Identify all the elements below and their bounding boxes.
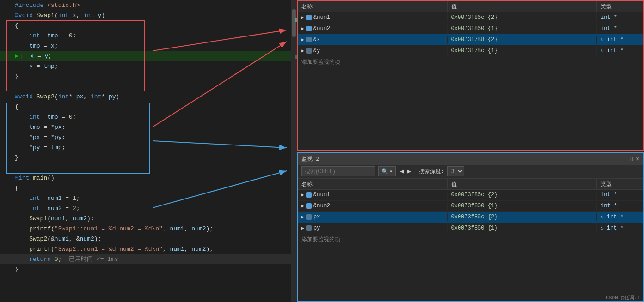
code-line-10: ⊟void Swap2(int* px, int* py): [0, 91, 291, 102]
expand-icon[interactable]: ▶: [301, 15, 304, 20]
close-icon[interactable]: ✕: [636, 155, 639, 163]
watch1-row4-value: 0x0073f78c {1}: [448, 47, 597, 55]
watch2-header: 监视 2 ⊓ ✕: [298, 153, 643, 165]
search-button[interactable]: 🔍 ▾: [378, 166, 396, 176]
watch2-header-icons: ⊓ ✕: [629, 155, 639, 163]
watch1-row4-type: ↻ int *: [597, 47, 643, 55]
expand-icon[interactable]: ▶: [301, 214, 304, 220]
code-line-12: int tmp = 0;: [0, 112, 291, 122]
code-line-8: }: [0, 71, 291, 81]
refresh-icon[interactable]: ↻: [601, 214, 604, 220]
scrollbar-thumb[interactable]: [292, 9, 296, 37]
var-icon: [306, 214, 312, 220]
nav-back-button[interactable]: ◀: [399, 168, 405, 175]
watch2-title: 监视 2: [301, 155, 629, 163]
expand-icon[interactable]: ▶: [301, 37, 304, 42]
var-icon: [306, 192, 312, 198]
watch2-row3-value: 0x0073f86c {2}: [448, 213, 597, 221]
code-line-5: tmp = x;: [0, 41, 291, 51]
refresh-icon[interactable]: ↻: [601, 225, 604, 231]
watch2-row3-name: ▶ px: [298, 213, 448, 221]
watch1-row-3[interactable]: ▶ &x 0x0073f788 {2} ↻ int *: [298, 34, 643, 45]
search-depth-select[interactable]: 3 1 2 4 5: [447, 166, 464, 176]
code-line-27: }: [0, 264, 291, 274]
watch1-row2-name: ▶ &num2: [298, 24, 448, 33]
var-icon: [306, 203, 312, 209]
watch2-col-name: 名称: [298, 179, 448, 190]
watch2-search-input[interactable]: [301, 166, 375, 176]
code-line-15: *py = tmp;: [0, 142, 291, 152]
var-icon: [306, 225, 312, 231]
code-line-25: printf("Swap2::num1 = %d num2 = %d\n", n…: [0, 244, 291, 254]
watch2-col-value: 值: [448, 179, 597, 190]
watch2-row2-value: 0x0073f860 {1}: [448, 202, 597, 210]
code-line-1: #include <stdio.h>: [0, 0, 291, 10]
watch1-row1-value: 0x0073f86c {2}: [448, 13, 597, 22]
var-icon: [306, 37, 312, 42]
watch2-add-row[interactable]: 添加要监视的项: [298, 234, 643, 245]
watch-panel: 名称 值 类型 ▶ &num1 0x0073f86c {2} int * ▶ &…: [297, 0, 644, 302]
code-line-20: int num1 = 1;: [0, 193, 291, 203]
watch1-col-name: 名称: [298, 1, 448, 12]
watch1-row1-type: int *: [597, 13, 643, 22]
code-line-4: int tmp = 0;: [0, 30, 291, 41]
watch1-row3-type: ↻ int *: [597, 36, 643, 44]
watch2-row1-type: int *: [597, 191, 643, 199]
code-line-7: y = tmp;: [0, 61, 291, 71]
search-dropdown-icon[interactable]: ▾: [389, 168, 393, 175]
expand-icon[interactable]: ▶: [301, 48, 304, 54]
watch1-row4-name: ▶ &y: [298, 47, 448, 55]
code-line-11: {: [0, 102, 291, 112]
watch1-col-value: 值: [448, 1, 597, 12]
refresh-icon[interactable]: ↻: [601, 48, 604, 54]
search-depth-label: 搜索深度:: [419, 168, 444, 175]
watch1-row1-name: ▶ &num1: [298, 13, 448, 22]
bottom-status-bar: CSDN @低调.1: [602, 293, 644, 302]
expand-icon[interactable]: ▶: [301, 26, 304, 31]
watch2-row1-name: ▶ &num1: [298, 191, 448, 199]
var-icon: [306, 48, 312, 54]
watch2-row2-type: int *: [597, 202, 643, 210]
watch2-row1-value: 0x0073f86c {2}: [448, 191, 597, 199]
code-line-13: tmp = *px;: [0, 122, 291, 132]
watch2-row-1[interactable]: ▶ &num1 0x0073f86c {2} int *: [298, 190, 643, 201]
code-line-6-current: ▶| x = y;: [0, 51, 291, 61]
expand-icon[interactable]: ▶: [301, 225, 304, 231]
watch1-section: 名称 值 类型 ▶ &num1 0x0073f86c {2} int * ▶ &…: [297, 0, 644, 151]
watch2-section: 监视 2 ⊓ ✕ 🔍 ▾ ◀ ▶ 搜索深度: 3 1 2 4 5: [297, 152, 644, 302]
var-icon: [306, 15, 312, 20]
code-line-23: printf("Swap1::num1 = %d num2 = %d\n", n…: [0, 223, 291, 234]
expand-icon[interactable]: ▶: [301, 203, 304, 209]
expand-icon[interactable]: ▶: [301, 192, 304, 198]
code-panel: #include <stdio.h> ⊟void Swap1(int x, in…: [0, 0, 291, 302]
watch1-row-2[interactable]: ▶ &num2 0x0073f860 {1} int *: [298, 23, 643, 34]
var-icon: [306, 26, 312, 31]
code-line-19: {: [0, 183, 291, 193]
code-line-14: *px = *py;: [0, 132, 291, 142]
watch2-col-type: 类型: [597, 179, 643, 190]
code-line-24: Swap2(&num1, &num2);: [0, 234, 291, 244]
watch2-row-3[interactable]: ▶ px 0x0073f86c {2} ↻ int *: [298, 212, 643, 223]
watch2-row3-type: ↻ int *: [597, 213, 643, 221]
watch2-search-bar: 🔍 ▾ ◀ ▶ 搜索深度: 3 1 2 4 5: [298, 165, 643, 179]
watch1-row-1[interactable]: ▶ &num1 0x0073f86c {2} int *: [298, 12, 643, 23]
watch2-row4-name: ▶ py: [298, 224, 448, 232]
search-icon: 🔍: [381, 168, 388, 175]
watch2-row-2[interactable]: ▶ &num2 0x0073f860 {1} int *: [298, 201, 643, 212]
code-line-16: }: [0, 152, 291, 163]
watch2-row-4[interactable]: ▶ py 0x0073f860 {1} ↻ int *: [298, 223, 643, 234]
editor-scrollbar[interactable]: [291, 0, 297, 302]
code-line-3: {: [0, 20, 291, 30]
code-line-21: int num2 = 2;: [0, 203, 291, 213]
code-line-17: [0, 163, 291, 173]
nav-forward-button[interactable]: ▶: [406, 168, 412, 175]
code-line-2: ⊟void Swap1(int x, int y): [0, 10, 291, 20]
pin-icon[interactable]: ⊓: [629, 155, 633, 163]
code-line-22: Swap1(num1, num2);: [0, 213, 291, 223]
watch1-add-row[interactable]: 添加要监视的项: [298, 56, 643, 67]
watch2-row4-value: 0x0073f860 {1}: [448, 224, 597, 232]
watch1-row-4[interactable]: ▶ &y 0x0073f78c {1} ↻ int *: [298, 45, 643, 56]
nav-arrows: ◀ ▶: [399, 168, 412, 175]
watch2-row2-name: ▶ &num2: [298, 202, 448, 210]
refresh-icon[interactable]: ↻: [601, 37, 604, 42]
